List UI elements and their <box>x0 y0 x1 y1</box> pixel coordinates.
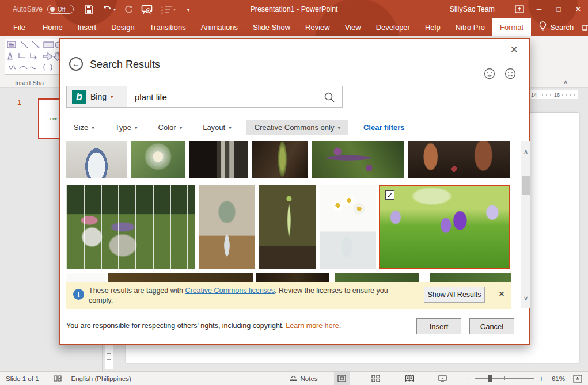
scroll-up-icon[interactable]: ∧ <box>523 141 528 155</box>
undo-button[interactable]: ▾ <box>102 5 116 14</box>
search-magnifier-icon[interactable] <box>324 92 335 105</box>
show-all-results-button[interactable]: Show All Results <box>424 287 485 303</box>
tab-design[interactable]: Design <box>104 18 142 36</box>
tab-format[interactable]: Format <box>492 18 531 36</box>
undo-caret-icon[interactable]: ▾ <box>113 7 116 12</box>
tab-slideshow[interactable]: Slide Show <box>245 18 298 36</box>
start-slideshow-icon[interactable] <box>141 5 153 14</box>
notes-toggle[interactable]: Notes <box>290 375 318 382</box>
caret-down-icon: ▾ <box>135 125 138 131</box>
redo-icon[interactable] <box>124 5 133 14</box>
slide-indicator[interactable]: Slide 1 of 1 <box>6 375 39 382</box>
tab-review[interactable]: Review <box>298 18 337 36</box>
fit-slide-to-window-icon[interactable] <box>573 375 582 383</box>
learn-more-link[interactable]: Learn more here <box>286 322 339 330</box>
license-notice-text: These results are tagged with Creative C… <box>89 282 411 306</box>
creative-commons-link[interactable]: Creative Commons licenses <box>185 287 275 295</box>
result-image[interactable] <box>408 141 510 178</box>
ribbon-search[interactable]: Search <box>531 18 582 36</box>
result-image[interactable] <box>189 141 248 178</box>
tab-home[interactable]: Home <box>35 18 70 36</box>
list-caret-icon: ▾ <box>173 7 176 12</box>
license-notice-banner: i These results are tagged with Creative… <box>66 282 511 309</box>
tab-insert[interactable]: Insert <box>70 18 104 36</box>
cancel-button[interactable]: Cancel <box>469 318 514 334</box>
collapse-ribbon-icon[interactable]: ∧ <box>563 78 568 86</box>
result-image[interactable] <box>131 141 185 178</box>
minimize-button[interactable]: ─ <box>529 0 549 18</box>
tab-view[interactable]: View <box>337 18 369 36</box>
result-image[interactable] <box>259 185 316 269</box>
tab-transitions[interactable]: Transitions <box>142 18 194 36</box>
online-pictures-dialog: ✕ ← Search Results b Bing ▾ Size▾ Type▾ … <box>59 38 530 345</box>
provider-dropdown[interactable]: b Bing ▾ <box>67 86 127 107</box>
svg-text:3: 3 <box>161 11 163 14</box>
view-slideshow-button[interactable] <box>435 372 450 385</box>
scrollbar-thumb[interactable] <box>522 176 530 195</box>
filter-separator <box>66 138 511 138</box>
result-image[interactable] <box>312 141 404 178</box>
result-image[interactable] <box>252 141 308 178</box>
view-slide-sorter-button[interactable] <box>368 372 384 385</box>
filter-type[interactable]: Type▾ <box>109 120 143 135</box>
dialog-title: Search Results <box>90 59 160 71</box>
customize-qat-icon[interactable]: ▾ <box>186 7 191 12</box>
filter-color[interactable]: Color▾ <box>153 120 188 135</box>
caret-down-icon: ▾ <box>92 125 94 131</box>
tab-animations[interactable]: Animations <box>194 18 245 36</box>
send-smile-icon[interactable] <box>484 68 495 79</box>
shapes-gallery[interactable] <box>5 39 60 75</box>
dialog-close-button[interactable]: ✕ <box>507 43 522 57</box>
zoom-level[interactable]: 61% <box>552 375 565 382</box>
vertical-ruler <box>105 345 113 369</box>
notes-icon <box>290 375 297 382</box>
view-reading-button[interactable] <box>402 372 418 385</box>
account-name[interactable]: SillySac Team <box>450 5 495 13</box>
view-normal-button[interactable] <box>334 372 350 385</box>
autosave-state: Off <box>58 6 65 13</box>
tab-help[interactable]: Help <box>418 18 448 36</box>
tab-file[interactable]: File <box>3 18 35 36</box>
selected-checkbox[interactable]: ✓ <box>385 190 394 200</box>
shape-icons <box>5 39 60 74</box>
filter-layout[interactable]: Layout▾ <box>197 120 237 135</box>
zoom-in-button[interactable]: + <box>539 374 544 383</box>
clear-filters-link[interactable]: Clear filters <box>363 123 405 132</box>
scroll-down-icon[interactable]: ∨ <box>523 295 528 308</box>
insert-button[interactable]: Insert <box>416 318 461 334</box>
caret-down-icon: ▾ <box>337 125 340 131</box>
spellcheck-icon[interactable] <box>53 375 62 383</box>
copyright-disclaimer: You are responsible for respecting other… <box>66 322 341 330</box>
provider-caret-icon: ▾ <box>111 94 113 100</box>
share-icon[interactable] <box>582 22 588 33</box>
autosave-label: AutoSave <box>13 5 43 13</box>
banner-close-icon[interactable]: ✕ <box>496 289 507 299</box>
ruler-mark: 14 <box>530 92 538 98</box>
shapes-group-label: Insert Sha <box>15 79 44 86</box>
result-image-selected[interactable]: ✓ <box>379 185 510 269</box>
zoom-slider[interactable] <box>475 378 534 379</box>
back-button[interactable]: ← <box>69 57 83 71</box>
zoom-slider-thumb[interactable] <box>488 375 492 382</box>
maximize-button[interactable]: □ <box>549 0 568 18</box>
result-image[interactable] <box>199 185 255 269</box>
results-scrollbar[interactable]: ∧ ∨ <box>521 141 530 308</box>
tab-developer[interactable]: Developer <box>369 18 418 36</box>
result-image[interactable] <box>320 185 376 269</box>
info-icon: i <box>73 289 84 300</box>
filter-size[interactable]: Size▾ <box>68 120 100 135</box>
search-tab-label: Search <box>550 23 574 32</box>
send-frown-icon[interactable] <box>504 68 516 79</box>
ribbon-display-options-icon[interactable] <box>510 0 529 18</box>
result-image[interactable] <box>66 141 127 178</box>
autosave-toggle[interactable]: Off <box>47 5 74 14</box>
status-bar: Slide 1 of 1 English (Philippines) Notes… <box>0 371 588 385</box>
close-button[interactable]: ✕ <box>568 0 588 18</box>
zoom-out-button[interactable]: − <box>465 374 470 383</box>
result-image[interactable] <box>66 185 195 269</box>
language-indicator[interactable]: English (Philippines) <box>71 375 131 382</box>
save-icon[interactable] <box>84 5 94 14</box>
filter-creative-commons[interactable]: Creative Commons only▾ <box>246 120 348 135</box>
search-input[interactable] <box>127 86 342 107</box>
tab-nitro-pro[interactable]: Nitro Pro <box>448 18 492 36</box>
